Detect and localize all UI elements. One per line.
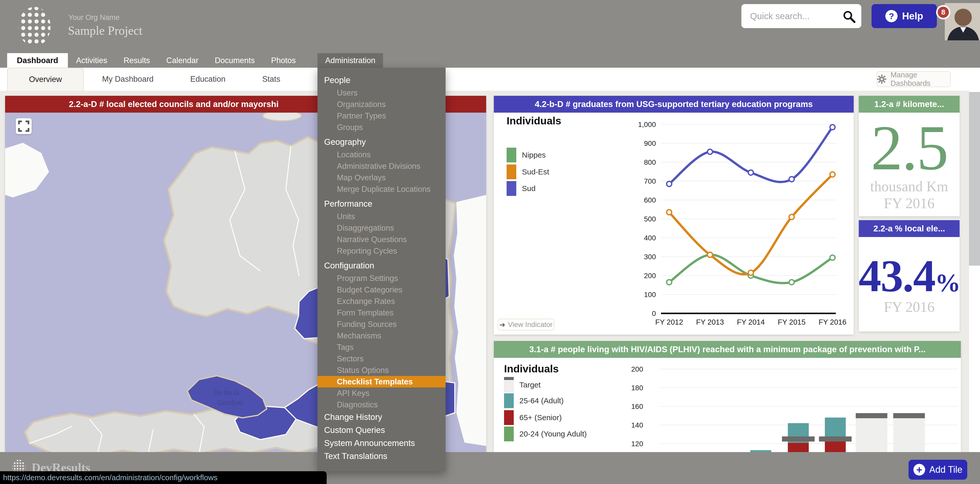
svg-text:700: 700 [644, 177, 656, 185]
question-circle-icon: ? [885, 10, 897, 22]
stat-suffix: % [935, 268, 960, 297]
plus-circle-icon: + [913, 464, 925, 476]
menu-item-form-templates[interactable]: Form Templates [318, 307, 445, 318]
menu-item-program-settings[interactable]: Program Settings [318, 273, 445, 284]
menu-item-merge-duplicate-locations[interactable]: Merge Duplicate Locations [318, 184, 445, 195]
subtab-education[interactable]: Education [172, 68, 244, 91]
status-bar: https://demo.devresults.com/en/administr… [0, 471, 327, 484]
menu-item-partner-types[interactable]: Partner Types [318, 110, 445, 121]
stat-value: 43.4 [859, 253, 935, 299]
menu-section-geography: Geography [318, 133, 445, 149]
stat-period: FY 2016 [884, 195, 935, 212]
subtab-overview[interactable]: Overview [7, 68, 84, 91]
bar-chart-tile: 3.1-a # people living with HIV/AIDS (PLH… [494, 341, 961, 452]
nav-tab-results[interactable]: Results [115, 53, 158, 68]
menu-item-custom-queries[interactable]: Custom Queries [318, 423, 445, 436]
help-button[interactable]: ? Help [872, 4, 937, 28]
menu-item-tags[interactable]: Tags [318, 342, 445, 353]
menu-item-disaggregations[interactable]: Disaggregations [318, 222, 445, 234]
subtab-stats[interactable]: Stats [244, 68, 299, 91]
nav-tab-calendar[interactable]: Calendar [158, 53, 207, 68]
add-tile-button[interactable]: + Add Tile [908, 460, 967, 480]
stat-unit: thousand Km [870, 178, 948, 195]
svg-text:180: 180 [631, 384, 643, 392]
menu-item-narrative-questions[interactable]: Narrative Questions [318, 234, 445, 245]
menu-item-organizations[interactable]: Organizations [318, 99, 445, 110]
menu-item-status-options[interactable]: Status Options [318, 364, 445, 376]
gonave-island-label: Île de la [214, 388, 239, 396]
menu-item-exchange-rates[interactable]: Exchange Rates [318, 296, 445, 307]
menu-item-system-announcements[interactable]: System Announcements [318, 436, 445, 449]
stat-period: FY 2016 [884, 299, 935, 315]
nav-tab-documents[interactable]: Documents [207, 53, 263, 68]
svg-text:160: 160 [631, 403, 643, 411]
menu-item-text-translations[interactable]: Text Translations [318, 449, 445, 463]
menu-item-mechanisms[interactable]: Mechanisms [318, 330, 445, 342]
line-chart-title: 4.2-b-D # graduates from USG-supported t… [494, 96, 854, 113]
stat-tile-percent-title: 2.2-a % local ele... [859, 220, 959, 237]
svg-text:100: 100 [644, 291, 656, 299]
stat-tile-kilometers[interactable]: 1.2-a # kilomete... 2.5 thousand Km FY 2… [859, 96, 959, 216]
line-chart-plot: 01002003004005006007008009001,000FY 2012… [494, 113, 854, 335]
user-avatar[interactable] [945, 3, 980, 40]
menu-item-reporting-cycles[interactable]: Reporting Cycles [318, 245, 445, 257]
svg-text:120: 120 [631, 440, 643, 448]
nav-tab-dashboard[interactable]: Dashboard [7, 53, 68, 68]
stat-value: 2.5 [871, 118, 948, 178]
svg-text:FY 2012: FY 2012 [655, 318, 683, 326]
menu-section-performance: Performance [318, 195, 445, 211]
search-icon[interactable] [842, 10, 856, 24]
svg-text:500: 500 [644, 215, 656, 223]
menu-item-checklist-templates[interactable]: Checklist Templates [318, 376, 445, 387]
stat-tile-percent[interactable]: 2.2-a % local ele... 43.4 % FY 2016 [859, 220, 959, 332]
menu-item-locations[interactable]: Locations [318, 149, 445, 160]
svg-text:Gonâve: Gonâve [217, 399, 242, 407]
manage-dashboards-button[interactable]: Manage Dashboards [877, 71, 951, 87]
menu-section-configuration: Configuration [318, 257, 445, 273]
menu-item-map-overlays[interactable]: Map Overlays [318, 172, 445, 184]
nav-tab-administration[interactable]: Administration [318, 53, 383, 68]
scrollbar-thumb[interactable] [969, 92, 980, 266]
arrow-right-icon: ➔ [500, 321, 505, 329]
project-title: Sample Project [68, 24, 142, 38]
menu-item-diagnostics[interactable]: Diagnostics [318, 399, 445, 411]
subtab-my-dashboard[interactable]: My Dashboard [84, 68, 172, 91]
menu-item-budget-categories[interactable]: Budget Categories [318, 284, 445, 296]
app-header: Your Org Name Sample Project ? Help 8 [0, 0, 980, 53]
menu-item-api-keys[interactable]: API Keys [318, 387, 445, 399]
stat-tile-kilometers-title: 1.2-a # kilomete... [859, 96, 959, 113]
view-indicator-button[interactable]: ➔ View Indicator [498, 319, 554, 331]
map-dr-land [454, 195, 486, 446]
svg-text:FY 2015: FY 2015 [778, 318, 805, 326]
bar-chart-title: 3.1-a # people living with HIV/AIDS (PLH… [494, 341, 961, 358]
org-logo-globe-icon [14, 6, 55, 48]
notification-badge[interactable]: 8 [936, 5, 950, 19]
nav-tab-photos[interactable]: Photos [263, 53, 304, 68]
svg-text:1,000: 1,000 [638, 121, 656, 128]
gear-icon [877, 74, 886, 85]
svg-text:200: 200 [644, 272, 656, 280]
menu-item-change-history[interactable]: Change History [318, 411, 445, 423]
menu-section-people: People [318, 71, 445, 87]
menu-item-sectors[interactable]: Sectors [318, 353, 445, 364]
map-neighbor-land [5, 143, 49, 197]
menu-item-administrative-divisions[interactable]: Administrative Divisions [318, 160, 445, 172]
devresults-dashboard: Your Org Name Sample Project ? Help 8 Da… [0, 0, 980, 484]
svg-text:900: 900 [644, 139, 656, 147]
gonave-island [187, 376, 267, 418]
status-url: https://demo.devresults.com/en/administr… [0, 473, 218, 482]
menu-item-users[interactable]: Users [318, 87, 445, 99]
menu-item-units[interactable]: Units [318, 211, 445, 222]
menu-item-funding-sources[interactable]: Funding Sources [318, 318, 445, 330]
nav-tab-activities[interactable]: Activities [68, 53, 115, 68]
svg-text:300: 300 [644, 253, 656, 261]
svg-text:140: 140 [631, 421, 643, 429]
svg-text:0: 0 [652, 310, 656, 318]
administration-menu: PeopleUsersOrganizationsPartner TypesGro… [318, 68, 445, 471]
menu-item-groups[interactable]: Groups [318, 121, 445, 133]
org-name: Your Org Name [68, 13, 119, 22]
svg-text:FY 2013: FY 2013 [696, 318, 724, 326]
map-fullscreen-button[interactable] [16, 118, 32, 134]
svg-text:FY 2014: FY 2014 [737, 318, 765, 326]
svg-text:800: 800 [644, 158, 656, 166]
